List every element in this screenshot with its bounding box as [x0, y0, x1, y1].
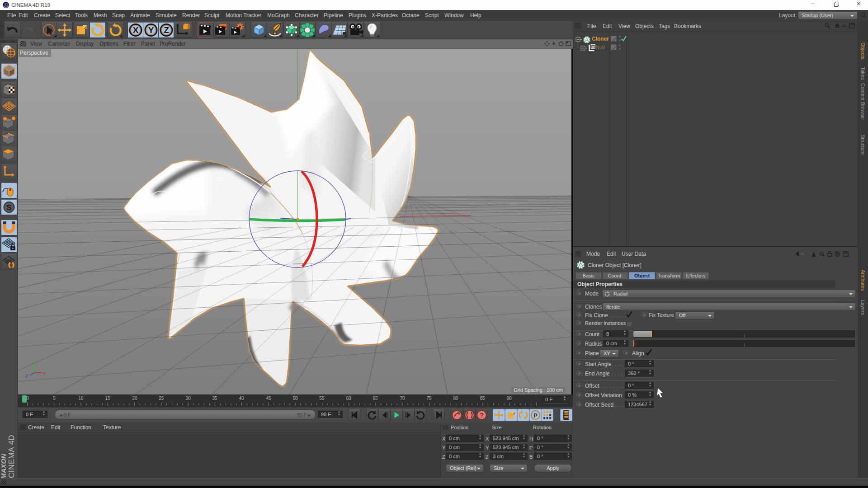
- svg-text:60: 60: [346, 396, 351, 401]
- svg-text:70: 70: [400, 396, 405, 401]
- svg-text:50: 50: [292, 396, 298, 401]
- svg-text:5: 5: [53, 396, 56, 401]
- svg-text:?: ?: [480, 411, 484, 419]
- svg-text:20: 20: [132, 396, 137, 401]
- svg-text:90: 90: [506, 396, 512, 401]
- svg-text:45: 45: [266, 396, 271, 401]
- svg-text:S: S: [6, 203, 11, 212]
- svg-text:0: 0: [26, 396, 29, 401]
- svg-text:40: 40: [239, 396, 244, 401]
- svg-text:Z: Z: [164, 25, 169, 35]
- svg-text:x: x: [43, 371, 46, 375]
- svg-text:Y: Y: [148, 25, 154, 35]
- svg-text:75: 75: [426, 396, 432, 401]
- svg-text:Y: Y: [33, 359, 35, 364]
- svg-text:30: 30: [185, 396, 191, 401]
- svg-text:X: X: [133, 25, 139, 35]
- svg-text:65: 65: [373, 396, 378, 401]
- svg-text:Z: Z: [25, 374, 28, 378]
- svg-text:55: 55: [319, 396, 325, 401]
- svg-text:15: 15: [105, 396, 110, 401]
- svg-text:P: P: [533, 412, 538, 419]
- svg-text:35: 35: [212, 396, 217, 401]
- svg-text:25: 25: [159, 396, 164, 401]
- svg-text:85: 85: [480, 396, 485, 401]
- svg-text:10: 10: [78, 396, 84, 401]
- svg-text:0: 0: [592, 45, 594, 49]
- svg-text:80: 80: [453, 396, 458, 401]
